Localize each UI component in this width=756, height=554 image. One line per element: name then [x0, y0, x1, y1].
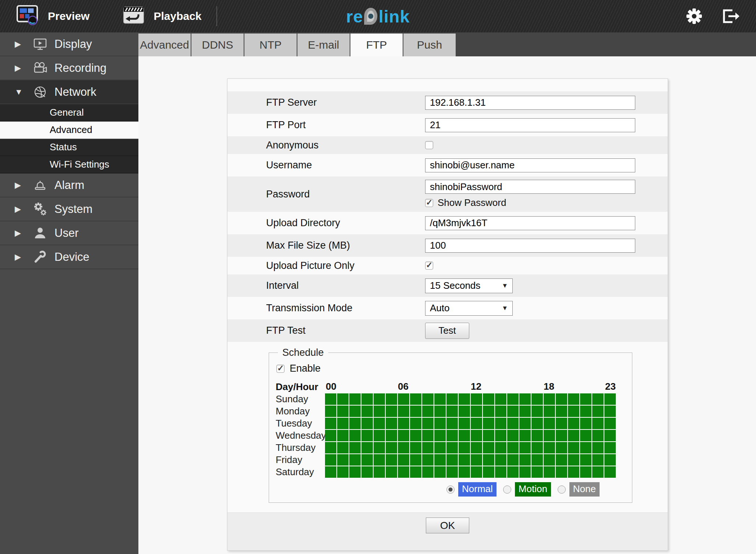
- schedule-cell[interactable]: [580, 430, 591, 441]
- schedule-cell[interactable]: [434, 466, 446, 478]
- schedule-cell[interactable]: [422, 418, 434, 429]
- schedule-cell[interactable]: [349, 430, 361, 441]
- schedule-cell[interactable]: [459, 430, 470, 441]
- schedule-cell[interactable]: [325, 430, 336, 441]
- schedule-cell[interactable]: [519, 406, 531, 417]
- schedule-cell[interactable]: [434, 442, 446, 453]
- schedule-enable-checkbox[interactable]: [276, 365, 285, 373]
- schedule-cell[interactable]: [544, 454, 555, 466]
- schedule-cell[interactable]: [398, 406, 409, 417]
- schedule-cell[interactable]: [398, 442, 409, 453]
- schedule-cell[interactable]: [386, 430, 397, 441]
- schedule-cell[interactable]: [325, 442, 336, 453]
- schedule-cell[interactable]: [592, 406, 604, 417]
- tab-advanced[interactable]: Advanced: [138, 34, 191, 56]
- schedule-cell[interactable]: [580, 442, 591, 453]
- logout-icon[interactable]: [721, 8, 740, 24]
- schedule-cell[interactable]: [580, 454, 591, 466]
- schedule-cell[interactable]: [495, 406, 506, 417]
- schedule-cell[interactable]: [519, 430, 531, 441]
- schedule-cell[interactable]: [325, 466, 336, 478]
- schedule-cell[interactable]: [337, 393, 349, 405]
- schedule-cell[interactable]: [422, 454, 434, 466]
- schedule-cell[interactable]: [556, 442, 567, 453]
- schedule-cell[interactable]: [374, 406, 385, 417]
- schedule-cell[interactable]: [471, 466, 482, 478]
- schedule-cell[interactable]: [592, 454, 604, 466]
- schedule-cell[interactable]: [374, 454, 385, 466]
- sidebar-item-wifi-settings[interactable]: Wi-Fi Settings: [0, 156, 138, 173]
- schedule-cell[interactable]: [483, 454, 494, 466]
- schedule-cell[interactable]: [374, 442, 385, 453]
- schedule-cell[interactable]: [361, 442, 373, 453]
- schedule-cell[interactable]: [568, 430, 579, 441]
- schedule-cell[interactable]: [507, 430, 519, 441]
- sidebar-item-advanced[interactable]: Advanced: [0, 122, 138, 139]
- normal-radio[interactable]: [446, 485, 455, 494]
- schedule-cell[interactable]: [471, 393, 482, 405]
- schedule-cell[interactable]: [519, 418, 531, 429]
- schedule-cell[interactable]: [483, 393, 494, 405]
- max-file-size-input[interactable]: [425, 239, 635, 253]
- schedule-cell[interactable]: [507, 418, 519, 429]
- schedule-cell[interactable]: [604, 466, 616, 478]
- ftp-test-button[interactable]: Test: [425, 323, 469, 339]
- schedule-cell[interactable]: [398, 418, 409, 429]
- ok-button[interactable]: OK: [426, 518, 469, 533]
- schedule-cell[interactable]: [592, 430, 604, 441]
- schedule-cell[interactable]: [604, 393, 616, 405]
- schedule-cell[interactable]: [531, 418, 543, 429]
- schedule-cell[interactable]: [422, 466, 434, 478]
- schedule-cell[interactable]: [592, 393, 604, 405]
- schedule-cell[interactable]: [471, 406, 482, 417]
- schedule-cell[interactable]: [398, 454, 409, 466]
- motion-mode-label[interactable]: Motion: [515, 482, 551, 497]
- none-radio[interactable]: [558, 485, 566, 494]
- schedule-cell[interactable]: [386, 418, 397, 429]
- schedule-cell[interactable]: [386, 442, 397, 453]
- schedule-cell[interactable]: [568, 454, 579, 466]
- schedule-cell[interactable]: [337, 466, 349, 478]
- schedule-cell[interactable]: [459, 442, 470, 453]
- nav-preview[interactable]: Preview: [16, 4, 89, 28]
- schedule-cell[interactable]: [507, 442, 519, 453]
- schedule-cell[interactable]: [592, 442, 604, 453]
- schedule-cell[interactable]: [544, 466, 555, 478]
- sidebar-item-status[interactable]: Status: [0, 139, 138, 156]
- schedule-cell[interactable]: [471, 454, 482, 466]
- schedule-cell[interactable]: [459, 393, 470, 405]
- schedule-cell[interactable]: [349, 454, 361, 466]
- schedule-cell[interactable]: [556, 406, 567, 417]
- upload-picture-only-checkbox[interactable]: [425, 262, 433, 270]
- tab-ntp[interactable]: NTP: [244, 34, 297, 56]
- schedule-cell[interactable]: [446, 466, 458, 478]
- sidebar-item-recording[interactable]: ▶ Recording: [0, 56, 138, 80]
- schedule-cell[interactable]: [446, 430, 458, 441]
- schedule-cell[interactable]: [519, 454, 531, 466]
- schedule-cell[interactable]: [556, 454, 567, 466]
- schedule-cell[interactable]: [410, 393, 421, 405]
- sidebar-item-general[interactable]: General: [0, 104, 138, 122]
- schedule-cell[interactable]: [556, 418, 567, 429]
- schedule-cell[interactable]: [544, 418, 555, 429]
- motion-radio[interactable]: [503, 485, 511, 494]
- schedule-cell[interactable]: [410, 406, 421, 417]
- schedule-cell[interactable]: [471, 418, 482, 429]
- schedule-cell[interactable]: [422, 430, 434, 441]
- schedule-cell[interactable]: [544, 406, 555, 417]
- schedule-cell[interactable]: [422, 393, 434, 405]
- schedule-cell[interactable]: [349, 393, 361, 405]
- schedule-cell[interactable]: [325, 406, 336, 417]
- schedule-cell[interactable]: [604, 454, 616, 466]
- schedule-cell[interactable]: [556, 393, 567, 405]
- schedule-cell[interactable]: [349, 418, 361, 429]
- sidebar-item-network[interactable]: ▼ Network: [0, 80, 138, 104]
- schedule-cell[interactable]: [495, 430, 506, 441]
- schedule-cell[interactable]: [459, 454, 470, 466]
- schedule-cell[interactable]: [507, 454, 519, 466]
- schedule-cell[interactable]: [361, 406, 373, 417]
- schedule-cell[interactable]: [531, 406, 543, 417]
- schedule-cell[interactable]: [325, 454, 336, 466]
- schedule-cell[interactable]: [446, 418, 458, 429]
- schedule-cell[interactable]: [568, 406, 579, 417]
